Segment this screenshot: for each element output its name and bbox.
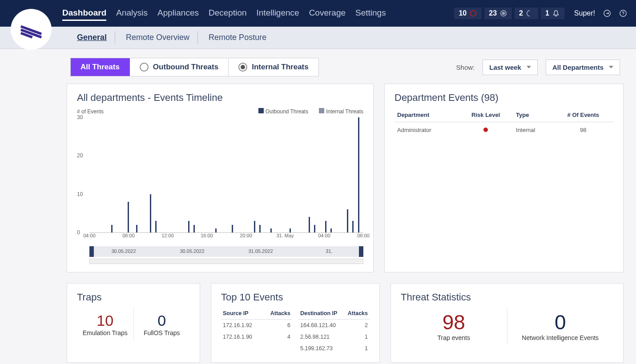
logout-icon[interactable] <box>603 9 611 17</box>
cell-attacks: 4 <box>262 331 292 343</box>
y-tick: 30 <box>77 114 83 120</box>
filter-row: All Threats Outbound Threats Internal Th… <box>67 58 624 84</box>
col-src-attacks[interactable]: Attacks <box>262 308 292 320</box>
help-icon[interactable] <box>619 9 627 17</box>
subnav-remote-overview[interactable]: Remote Overview <box>118 31 198 44</box>
status-high-count: 23 <box>489 9 497 17</box>
table-row[interactable]: 2.56.98.1211 <box>298 331 370 343</box>
table-row[interactable]: 5.199.162.731 <box>298 343 370 354</box>
chart-bar[interactable] <box>136 225 137 232</box>
nav-coverage[interactable]: Coverage <box>309 6 346 21</box>
table-row[interactable]: 164.68.121.402 <box>298 320 370 332</box>
nav-intelligence[interactable]: Intelligence <box>257 6 299 21</box>
chart-bar[interactable] <box>155 221 157 232</box>
chart-bar[interactable] <box>358 117 359 232</box>
y-tick: 0 <box>77 229 80 236</box>
status-high[interactable]: 23 <box>484 8 512 19</box>
chart-bar[interactable] <box>193 225 195 232</box>
time-range-dropdown[interactable]: Last week <box>483 60 538 75</box>
network-intel-stat[interactable]: 0 Network Intelligence Events <box>507 308 614 344</box>
show-controls: Show: Last week All Departments <box>456 60 620 75</box>
svg-point-2 <box>502 12 505 15</box>
col-source-ip[interactable]: Source IP <box>221 308 262 320</box>
nav-dashboard[interactable]: Dashboard <box>62 6 106 21</box>
cell-ip: 164.68.121.40 <box>298 320 343 332</box>
chart-bar[interactable] <box>309 217 310 232</box>
destination-ip-table: Destination IP Attacks 164.68.121.4022.5… <box>298 308 370 354</box>
main-content: All Threats Outbound Threats Internal Th… <box>0 49 636 363</box>
row-top: All departments - Events Timeline # of E… <box>67 84 624 272</box>
nav-deception[interactable]: Deception <box>209 6 247 21</box>
timeline-legend: # of Events Outbound Threats Internal Th… <box>77 108 363 115</box>
table-row[interactable]: 172.16.1.926 <box>221 320 292 332</box>
chart-bar[interactable] <box>254 221 255 232</box>
cell-attacks: 6 <box>262 320 292 332</box>
col-type[interactable]: Type <box>513 108 553 122</box>
trap-events-label: Trap events <box>403 334 505 341</box>
ring-filled-icon <box>499 9 507 17</box>
table-row[interactable]: Administrator Internal 98 <box>394 122 613 138</box>
table-row[interactable]: 172.16.1.904 <box>221 331 292 343</box>
chart-bar[interactable] <box>111 225 113 232</box>
chart-bar[interactable] <box>128 202 129 232</box>
chart-bar[interactable] <box>352 221 354 232</box>
tab-internal-threats[interactable]: Internal Threats <box>229 58 318 76</box>
subnav-general[interactable]: General <box>69 31 115 44</box>
emulation-traps[interactable]: 10 Emulation Traps <box>77 308 134 341</box>
col-count[interactable]: # Of Events <box>553 108 613 122</box>
chart-bar[interactable] <box>330 228 332 232</box>
chart-bar[interactable] <box>188 221 189 232</box>
nav-settings[interactable]: Settings <box>355 6 386 21</box>
timeline-scrubber[interactable]: 30.05.202230.05.202231.05.202231. <box>89 246 363 257</box>
top-navbar: Dashboard Analysis Appliances Deception … <box>0 0 636 27</box>
tab-all-threats[interactable]: All Threats <box>71 58 130 76</box>
user-name[interactable]: Super! <box>574 9 595 17</box>
nav-appliances[interactable]: Appliances <box>157 6 199 21</box>
scrub-handle-right[interactable] <box>359 246 363 257</box>
top-events-title: Top 10 Events <box>221 292 370 303</box>
col-dst-attacks[interactable]: Attacks <box>343 308 370 320</box>
network-intel-label: Network Intelligence Events <box>509 334 612 341</box>
chart-bar[interactable] <box>232 225 233 232</box>
app-logo[interactable] <box>11 9 52 50</box>
row-bottom: Traps 10 Emulation Traps 0 FullOS Traps … <box>67 283 624 363</box>
fullos-traps[interactable]: 0 FullOS Traps <box>134 308 190 341</box>
chart-bar[interactable] <box>290 228 291 232</box>
chart-bar[interactable] <box>270 228 272 232</box>
y-tick: 10 <box>77 191 83 197</box>
scrub-label: 31. <box>326 248 332 254</box>
chart-bar[interactable] <box>347 209 348 232</box>
top-events-card: Top 10 Events Source IP Attacks 172.16.1… <box>211 283 380 363</box>
timeline-scrollbar[interactable] <box>89 259 363 264</box>
chart-bar[interactable] <box>215 228 217 232</box>
chart-bar[interactable] <box>259 225 261 232</box>
department-dropdown[interactable]: All Departments <box>546 60 620 75</box>
fullos-traps-value: 0 <box>136 312 189 329</box>
chart-bar[interactable] <box>325 221 326 232</box>
col-destination-ip[interactable]: Destination IP <box>298 308 343 320</box>
chart-bar[interactable] <box>314 225 315 232</box>
cell-ip: 172.16.1.90 <box>221 331 262 343</box>
legend-internal: Internal Threats <box>319 108 363 115</box>
tab-outbound-threats[interactable]: Outbound Threats <box>130 58 229 76</box>
x-tick: 20:00 <box>240 233 252 238</box>
scrub-handle-left[interactable] <box>89 246 94 257</box>
chart-bar[interactable] <box>150 194 151 232</box>
timeline-chart[interactable]: 0102030 <box>89 117 363 233</box>
col-risk-level[interactable]: Risk Level <box>458 108 513 122</box>
col-department[interactable]: Department <box>394 108 458 122</box>
tab-internal-label: Internal Threats <box>252 63 309 72</box>
show-label: Show: <box>456 64 475 71</box>
status-notifications[interactable]: 1 <box>541 8 564 19</box>
cell-count: 98 <box>553 122 613 138</box>
x-tick: 04:00 <box>83 233 96 238</box>
threat-statistics-card: Threat Statistics 98 Trap events 0 Netwo… <box>390 283 624 363</box>
trap-events-stat[interactable]: 98 Trap events <box>401 308 507 344</box>
subnav-remote-posture[interactable]: Remote Posture <box>201 31 274 44</box>
cell-attacks: 2 <box>343 320 370 332</box>
svg-point-0 <box>471 11 476 16</box>
status-medium[interactable]: 2 <box>515 8 538 19</box>
x-tick: 08:00 <box>122 233 135 238</box>
status-critical[interactable]: 10 <box>454 8 482 19</box>
nav-analysis[interactable]: Analysis <box>116 6 148 21</box>
